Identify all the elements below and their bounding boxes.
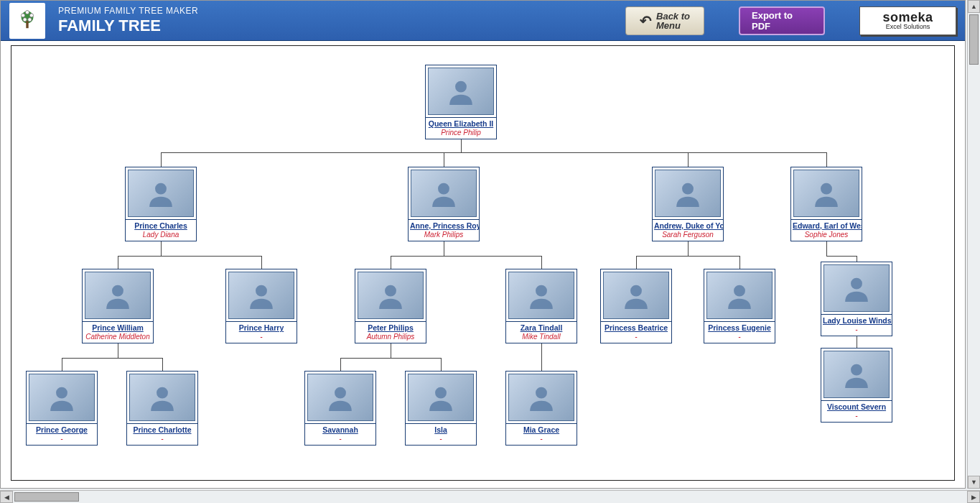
person-photo — [29, 374, 95, 421]
svg-point-7 — [455, 81, 467, 93]
person-name: Princess Eugenie — [704, 321, 775, 333]
person-photo — [793, 170, 859, 217]
scroll-up-icon[interactable]: ▲ — [968, 0, 980, 13]
person-card-mia[interactable]: Mia Grace - — [505, 371, 577, 446]
person-spouse: Sarah Ferguson — [653, 231, 723, 241]
back-to-menu-line2: Menu — [656, 21, 690, 30]
person-name: Queen Elizabeth II — [426, 117, 496, 129]
scroll-track[interactable] — [13, 491, 967, 503]
person-photo — [706, 272, 773, 319]
person-name: Anne, Princess Royal — [409, 219, 479, 231]
person-spouse: - — [27, 435, 97, 445]
svg-point-24 — [536, 387, 547, 399]
horizontal-scrollbar[interactable]: ◀ ▶ — [0, 490, 980, 503]
tree-canvas-frame: Queen Elizabeth II Prince Philip Prince … — [11, 45, 955, 481]
app-logo — [9, 3, 45, 39]
svg-point-9 — [438, 183, 449, 195]
person-card-peter[interactable]: Peter Philips Autumn Philips — [355, 269, 426, 343]
svg-point-13 — [256, 285, 267, 297]
person-spouse: - — [704, 333, 775, 343]
tree-canvas[interactable]: Queen Elizabeth II Prince Philip Prince … — [11, 46, 954, 480]
person-photo — [85, 272, 151, 319]
person-spouse: Prince Philip — [426, 129, 496, 139]
person-spouse: - — [226, 333, 297, 343]
svg-point-12 — [112, 285, 123, 297]
export-pdf-button[interactable]: Export to PDF — [739, 6, 825, 35]
person-card-harry[interactable]: Prince Harry - — [225, 269, 297, 343]
svg-point-16 — [630, 285, 642, 297]
person-photo — [358, 272, 424, 319]
back-to-menu-button[interactable]: ↶ Back to Menu — [625, 6, 704, 35]
svg-point-22 — [335, 387, 346, 399]
person-card-root[interactable]: Queen Elizabeth II Prince Philip — [425, 65, 497, 139]
back-arrow-icon: ↶ — [640, 12, 652, 29]
person-name: Mia Grace — [506, 423, 577, 435]
svg-point-14 — [385, 285, 396, 297]
person-card-savannah[interactable]: Savannah - — [304, 371, 376, 446]
svg-point-20 — [56, 387, 67, 399]
brand-logo[interactable]: someka Excel Solutions — [859, 6, 956, 35]
person-photo — [129, 374, 195, 421]
svg-point-5 — [23, 17, 27, 21]
person-name: Isla — [406, 423, 476, 435]
svg-point-6 — [28, 17, 32, 21]
person-card-eugenie[interactable]: Princess Eugenie - — [704, 269, 775, 343]
header-titles: PREMIUM FAMILY TREE MAKER FAMILY TREE — [58, 6, 198, 34]
person-photo — [508, 374, 574, 421]
scroll-right-icon[interactable]: ▶ — [967, 491, 980, 503]
person-card-louise[interactable]: Lady Louise Windsor - — [821, 262, 892, 336]
person-spouse: Sophie Jones — [791, 231, 862, 241]
person-spouse: - — [305, 435, 375, 445]
person-spouse: - — [506, 435, 577, 445]
person-card-andrew[interactable]: Andrew, Duke of York Sarah Ferguson — [652, 167, 724, 241]
person-spouse: Mike Tindall — [506, 333, 577, 343]
person-name: Prince George — [27, 423, 97, 435]
person-photo — [411, 170, 477, 217]
person-name: Andrew, Duke of York — [653, 219, 723, 231]
person-card-charles[interactable]: Prince Charles Lady Diana — [125, 167, 197, 241]
person-photo — [508, 272, 574, 319]
person-name: Peter Philips — [355, 321, 426, 333]
person-name: Lady Louise Windsor — [821, 314, 892, 326]
person-spouse: Catherine Middleton — [83, 333, 153, 343]
person-name: Savannah — [305, 423, 375, 435]
person-card-severn[interactable]: Viscount Severn - — [821, 348, 892, 423]
person-photo — [428, 68, 494, 115]
svg-point-15 — [536, 285, 547, 297]
person-card-beatrice[interactable]: Princess Beatrice - — [600, 269, 672, 343]
person-photo — [823, 264, 890, 312]
person-spouse: - — [127, 435, 197, 445]
svg-point-8 — [155, 183, 167, 195]
svg-point-21 — [157, 387, 168, 399]
svg-point-3 — [29, 13, 33, 17]
person-card-zara[interactable]: Zara Tindall Mike Tindall — [505, 269, 577, 343]
person-photo — [408, 374, 474, 421]
scroll-track[interactable] — [968, 13, 980, 476]
svg-point-17 — [734, 285, 745, 297]
person-card-anne[interactable]: Anne, Princess Royal Mark Philips — [408, 167, 480, 241]
scroll-left-icon[interactable]: ◀ — [0, 491, 13, 503]
svg-point-19 — [851, 364, 862, 376]
person-photo — [228, 272, 294, 319]
scroll-down-icon[interactable]: ▼ — [968, 476, 980, 489]
person-name: Viscount Severn — [821, 400, 892, 412]
header-title: FAMILY TREE — [58, 17, 198, 34]
scroll-thumb[interactable] — [14, 492, 79, 502]
person-card-charlotte[interactable]: Prince Charlotte - — [126, 371, 198, 446]
person-card-george[interactable]: Prince George - — [26, 371, 98, 446]
person-photo — [823, 351, 890, 398]
person-spouse: - — [821, 326, 892, 336]
back-to-menu-line1: Back to — [656, 11, 690, 21]
person-card-edward[interactable]: Edward, Earl of Wessex Sophie Jones — [790, 167, 862, 241]
person-name: Prince William — [83, 321, 153, 333]
person-card-william[interactable]: Prince William Catherine Middleton — [82, 269, 154, 343]
vertical-scrollbar[interactable]: ▲ ▼ — [967, 0, 980, 489]
scroll-thumb[interactable] — [969, 14, 979, 65]
tree-icon — [15, 9, 39, 33]
svg-point-2 — [22, 13, 25, 17]
person-spouse: - — [821, 412, 892, 422]
person-name: Zara Tindall — [506, 321, 577, 333]
person-card-isla[interactable]: Isla - — [405, 371, 477, 446]
svg-point-23 — [435, 387, 447, 399]
person-name: Prince Charles — [126, 219, 196, 231]
